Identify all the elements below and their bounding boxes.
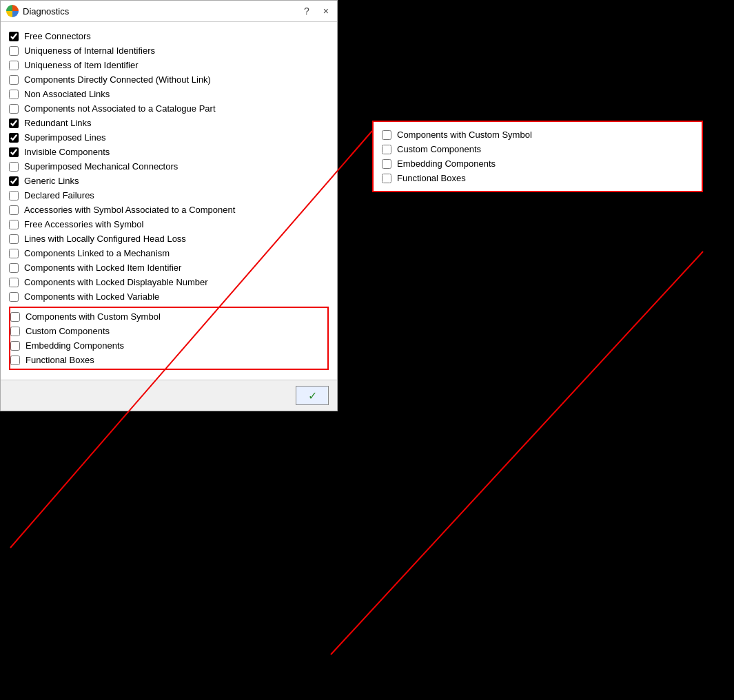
zoom-custom-components-checkbox[interactable] xyxy=(382,145,391,154)
zoom-components-custom-symbol-checkbox[interactable] xyxy=(382,130,391,140)
uniqueness-item-checkbox[interactable] xyxy=(9,61,19,70)
diagnostics-dialog: Diagnostics ? × Free Connectors Uniquene… xyxy=(0,0,338,411)
free-accessories-label: Free Accessories with Symbol xyxy=(24,219,143,229)
zoom-list-item[interactable]: Custom Components xyxy=(382,142,693,156)
list-item[interactable]: Accessories with Symbol Associated to a … xyxy=(9,203,329,217)
components-directly-label: Components Directly Connected (Without L… xyxy=(24,74,211,85)
list-item[interactable]: Embedding Components xyxy=(10,338,327,353)
components-linked-label: Components Linked to a Mechanism xyxy=(24,248,170,258)
list-item[interactable]: Components not Associated to a Catalogue… xyxy=(9,101,329,116)
custom-components-checkbox[interactable] xyxy=(10,327,20,336)
uniqueness-item-label: Uniqueness of Item Identifier xyxy=(24,60,138,70)
app-icon xyxy=(6,5,19,17)
list-item[interactable]: Redundant Links xyxy=(9,116,329,130)
list-item[interactable]: Components with Locked Displayable Numbe… xyxy=(9,275,329,289)
zoom-embedding-components-label: Embedding Components xyxy=(397,158,496,169)
list-item[interactable]: Superimposed Lines xyxy=(9,130,329,145)
list-item[interactable]: Superimposed Mechanical Connectors xyxy=(9,159,329,174)
lines-locally-label: Lines with Locally Configured Head Loss xyxy=(24,234,186,244)
lines-locally-checkbox[interactable] xyxy=(9,234,19,244)
redundant-links-label: Redundant Links xyxy=(24,118,92,128)
embedding-components-label: Embedding Components xyxy=(26,340,124,351)
uniqueness-internal-label: Uniqueness of Internal Identifiers xyxy=(24,45,155,56)
components-not-associated-label: Components not Associated to a Catalogue… xyxy=(24,103,216,114)
zoom-list-item[interactable]: Functional Boxes xyxy=(382,171,693,185)
uniqueness-internal-checkbox[interactable] xyxy=(9,46,19,56)
list-item[interactable]: Invisible Components xyxy=(9,145,329,159)
superimposed-lines-label: Superimposed Lines xyxy=(24,132,106,143)
declared-failures-checkbox[interactable] xyxy=(9,191,19,200)
components-locked-displayable-checkbox[interactable] xyxy=(9,278,19,287)
free-accessories-checkbox[interactable] xyxy=(9,220,19,229)
zoom-list-item[interactable]: Components with Custom Symbol xyxy=(382,127,693,142)
dialog-content: Free Connectors Uniqueness of Internal I… xyxy=(1,22,337,380)
close-button[interactable]: × xyxy=(320,6,332,16)
components-locked-variable-checkbox[interactable] xyxy=(9,292,19,302)
list-item[interactable]: Components with Custom Symbol xyxy=(10,309,327,324)
components-locked-variable-label: Components with Locked Variable xyxy=(24,291,159,302)
functional-boxes-label: Functional Boxes xyxy=(26,355,94,365)
zoom-custom-components-label: Custom Components xyxy=(397,144,481,154)
list-item[interactable]: Free Accessories with Symbol xyxy=(9,217,329,231)
list-item[interactable]: Components Linked to a Mechanism xyxy=(9,246,329,260)
title-bar-right: ? × xyxy=(301,6,332,16)
dialog-title: Diagnostics xyxy=(23,6,69,17)
non-associated-checkbox[interactable] xyxy=(9,90,19,99)
superimposed-mechanical-checkbox[interactable] xyxy=(9,162,19,172)
zoom-panel: Components with Custom Symbol Custom Com… xyxy=(372,121,703,192)
zoom-components-custom-symbol-label: Components with Custom Symbol xyxy=(397,130,532,140)
components-not-associated-checkbox[interactable] xyxy=(9,104,19,114)
superimposed-lines-checkbox[interactable] xyxy=(9,133,19,143)
zoom-list-item[interactable]: Embedding Components xyxy=(382,156,693,171)
checkmark-icon: ✓ xyxy=(308,389,317,402)
ok-button[interactable]: ✓ xyxy=(296,386,329,405)
components-directly-checkbox[interactable] xyxy=(9,75,19,85)
title-bar-left: Diagnostics xyxy=(6,5,69,17)
list-item[interactable]: Generic Links xyxy=(9,174,329,188)
zoom-functional-boxes-checkbox[interactable] xyxy=(382,174,391,183)
list-item[interactable]: Declared Failures xyxy=(9,188,329,203)
highlighted-section: Components with Custom Symbol Custom Com… xyxy=(9,307,329,370)
components-locked-item-checkbox[interactable] xyxy=(9,263,19,273)
components-custom-symbol-label: Components with Custom Symbol xyxy=(26,311,161,322)
invisible-components-checkbox[interactable] xyxy=(9,147,19,157)
list-item[interactable]: Uniqueness of Internal Identifiers xyxy=(9,43,329,58)
list-item[interactable]: Non Associated Links xyxy=(9,87,329,101)
list-item[interactable]: Components with Locked Variable xyxy=(9,289,329,304)
title-bar: Diagnostics ? × xyxy=(1,1,337,22)
list-item[interactable]: Functional Boxes xyxy=(10,353,327,367)
help-button[interactable]: ? xyxy=(301,6,312,16)
declared-failures-label: Declared Failures xyxy=(24,190,94,200)
list-item[interactable]: Components Directly Connected (Without L… xyxy=(9,72,329,87)
list-item[interactable]: Lines with Locally Configured Head Loss xyxy=(9,231,329,246)
list-item[interactable]: Custom Components xyxy=(10,324,327,338)
generic-links-checkbox[interactable] xyxy=(9,176,19,186)
functional-boxes-checkbox[interactable] xyxy=(10,356,20,365)
components-custom-symbol-checkbox[interactable] xyxy=(10,312,20,322)
zoom-embedding-components-checkbox[interactable] xyxy=(382,159,391,169)
zoom-functional-boxes-label: Functional Boxes xyxy=(397,173,466,183)
superimposed-mechanical-label: Superimposed Mechanical Connectors xyxy=(24,161,178,172)
generic-links-label: Generic Links xyxy=(24,176,79,186)
free-connectors-checkbox[interactable] xyxy=(9,32,19,41)
invisible-components-label: Invisible Components xyxy=(24,147,110,157)
custom-components-label: Custom Components xyxy=(26,326,110,336)
accessories-symbol-label: Accessories with Symbol Associated to a … xyxy=(24,205,235,215)
redundant-links-checkbox[interactable] xyxy=(9,119,19,128)
list-item[interactable]: Components with Locked Item Identifier xyxy=(9,260,329,275)
accessories-symbol-checkbox[interactable] xyxy=(9,205,19,215)
free-connectors-label: Free Connectors xyxy=(24,31,91,41)
components-locked-item-label: Components with Locked Item Identifier xyxy=(24,262,181,273)
components-linked-checkbox[interactable] xyxy=(9,249,19,258)
svg-line-1 xyxy=(331,251,703,655)
list-item[interactable]: Free Connectors xyxy=(9,29,329,43)
non-associated-label: Non Associated Links xyxy=(24,89,110,99)
components-locked-displayable-label: Components with Locked Displayable Numbe… xyxy=(24,277,208,287)
embedding-components-checkbox[interactable] xyxy=(10,341,20,351)
list-item[interactable]: Uniqueness of Item Identifier xyxy=(9,58,329,72)
dialog-footer: ✓ xyxy=(1,380,337,411)
